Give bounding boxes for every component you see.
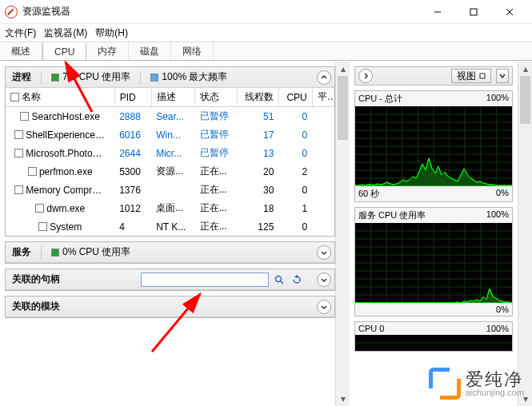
process-cpu: 0 [278,144,312,162]
green-square-icon [51,74,59,82]
row-checkbox[interactable] [28,167,37,176]
table-row[interactable]: perfmon.exe5300资源...正在...202 [6,162,334,181]
process-pid: 2888 [114,107,151,126]
table-row[interactable]: Memory Compress...1376正在...300 [6,181,334,199]
menu-help[interactable]: 帮助(H) [95,26,128,40]
chart1-duration: 60 秒 [358,188,379,200]
processes-panel: 进程 7% CPU 使用率 100% 最大频率 [5,66,335,237]
scroll-up-icon[interactable]: ▴ [518,62,532,76]
row-checkbox[interactable] [14,149,23,157]
titlebar: 资源监视器 [0,0,532,24]
process-status: 已暂停 [195,125,237,144]
handles-panel: 关联的句柄 [5,269,335,291]
process-name: Memory Compress... [26,185,106,196]
menu-monitor[interactable]: 监视器(M) [44,26,87,40]
charts-collapse-button[interactable] [358,69,373,83]
row-checkbox[interactable] [20,112,29,121]
table-header-row: 名称 PID 描述 状态 线程数 CPU 平... [6,88,334,107]
process-status: 已暂停 [195,107,237,126]
tab-disk[interactable]: 磁盘 [129,42,171,60]
process-avg [312,217,334,236]
col-pid[interactable]: PID [114,88,151,107]
col-threads[interactable]: 线程数 [237,88,278,107]
row-checkbox[interactable] [38,222,47,231]
right-scrollbar[interactable]: ▴ ▾ [518,62,532,406]
view-dropdown-button[interactable] [496,69,509,83]
svg-line-5 [281,281,283,284]
cpu-usage-label: 7% CPU 使用率 [62,70,130,84]
process-pid: 1376 [114,181,151,199]
refresh-icon[interactable] [290,273,304,287]
maximize-button[interactable] [455,0,491,24]
scroll-thumb[interactable] [520,76,530,124]
col-avg[interactable]: 平... [312,88,334,107]
process-threads: 20 [237,162,278,181]
tab-overview[interactable]: 概述 [0,42,42,60]
scroll-up-icon[interactable]: ▴ [336,62,350,76]
process-desc: Sear... [151,107,194,126]
table-row[interactable]: SearchHost.exe2888Sear...已暂停510 [6,107,334,126]
chart3-title: CPU 0 [358,324,384,333]
svg-rect-1 [470,9,477,15]
tab-network[interactable]: 网络 [171,42,214,60]
row-checkbox[interactable] [14,130,23,139]
watermark-logo-icon [429,368,461,400]
process-desc [151,181,194,199]
process-status: 正在... [195,162,237,181]
handles-title: 关联的句柄 [12,273,60,286]
process-avg [312,125,334,144]
expand-button[interactable] [317,245,331,260]
process-pid: 2644 [114,144,151,162]
chart3-max: 100% [486,324,509,333]
tab-cpu[interactable]: CPU [42,42,86,60]
process-name: dwm.exe [46,203,85,214]
col-name[interactable]: 名称 [6,88,114,107]
chart-cpu0: CPU 0 100% [354,321,513,352]
table-row[interactable]: ShellExperienceHo...6016Win...已暂停170 [6,125,334,144]
process-threads: 125 [237,217,278,236]
table-row[interactable]: dwm.exe1012桌面...正在...181 [6,199,334,217]
col-desc[interactable]: 描述 [151,88,194,107]
process-name: SearchHost.exe [32,111,100,122]
processes-title: 进程 [12,70,31,84]
modules-panel: 关联的模块 [5,296,335,318]
expand-button[interactable] [317,300,331,314]
process-threads: 30 [237,181,278,199]
chart2-title: 服务 CPU 使用率 [358,209,426,221]
table-row[interactable]: System4NT K...正在...1250 [6,217,334,236]
handles-search-input[interactable] [141,273,269,287]
process-avg [312,181,334,199]
left-scrollbar[interactable]: ▴ ▾ [335,62,350,406]
view-button[interactable]: 视图 [451,69,491,83]
process-desc: 桌面... [151,199,194,217]
col-status[interactable]: 状态 [195,88,237,107]
process-status: 正在... [195,199,237,217]
col-cpu[interactable]: CPU [278,88,312,107]
process-pid: 4 [114,217,151,236]
search-icon[interactable] [272,273,286,287]
process-pid: 6016 [114,125,151,144]
process-avg [312,144,334,162]
services-panel: 服务 0% CPU 使用率 [5,241,335,264]
process-threads: 13 [237,144,278,162]
scroll-down-icon[interactable]: ▾ [336,392,350,406]
minimize-button[interactable] [419,0,455,24]
process-name: perfmon.exe [39,166,93,177]
tab-memory[interactable]: 内存 [86,42,129,60]
services-cpu-gauge: 0% CPU 使用率 [51,245,130,259]
chart-services-cpu: 服务 CPU 使用率 100% 0% [354,207,513,316]
chart1-title: CPU - 总计 [358,93,402,105]
menu-file[interactable]: 文件(F) [5,26,36,40]
process-avg [312,107,334,126]
app-icon [5,6,18,18]
select-all-checkbox[interactable] [10,93,19,102]
collapse-button[interactable] [317,70,331,85]
expand-button[interactable] [317,273,331,287]
cpu-usage-gauge: 7% CPU 使用率 [51,70,130,84]
row-checkbox[interactable] [14,185,23,194]
close-button[interactable] [491,0,527,24]
row-checkbox[interactable] [35,204,44,213]
process-desc: 资源... [151,162,194,181]
table-row[interactable]: Microsoft.Photos.e...2644Micr...已暂停130 [6,144,334,162]
scroll-thumb[interactable] [338,76,348,140]
